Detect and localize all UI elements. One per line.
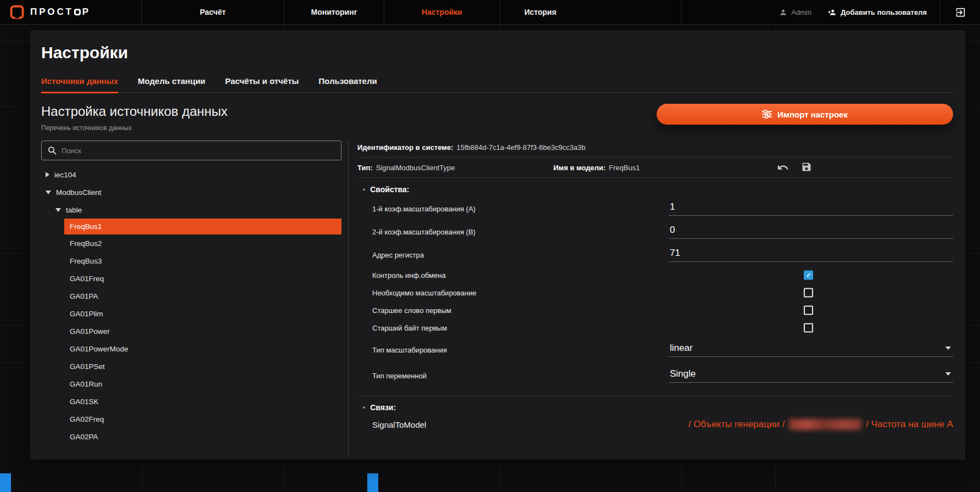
chevron-right-icon[interactable] — [46, 172, 49, 177]
identifier-value: 15fb884d-7c1a-4ef9-87f3-6be3c9cc3a3b — [456, 143, 585, 152]
high-word-first-checkbox[interactable] — [804, 306, 813, 315]
search-input[interactable] — [61, 147, 335, 155]
tree-item-label: GA01Freq — [70, 275, 104, 283]
background-blue-block — [367, 473, 378, 492]
brand-logo[interactable]: ПРОСТ Р — [0, 0, 142, 24]
tree-item-ga01run[interactable]: GA01Run — [41, 375, 341, 393]
coef-a-input[interactable] — [669, 202, 953, 216]
tree-item-label: GA02PA — [70, 433, 98, 441]
tree-item-label: GA01PowerMode — [70, 345, 128, 353]
properties-fields: 1-й коэф.масштабирования (A) 2-й коэф.ма… — [357, 197, 953, 388]
type-value: SignalModbusClientType — [376, 164, 455, 172]
background-blue-block — [0, 473, 11, 492]
field-row-scaling-type: Тип масштабирования linear — [357, 337, 953, 362]
settings-tabs: Источники данных Модель станции Расчёты … — [41, 76, 953, 93]
tab-calculations-reports[interactable]: Расчёты и отчёты — [225, 76, 299, 93]
chevron-down-icon[interactable] — [55, 208, 61, 212]
field-row-coef-b: 2-й коэф.масштабирования (B) — [357, 220, 953, 243]
add-user-icon — [827, 8, 837, 16]
tree-item-ga02pa[interactable]: GA02PA — [41, 428, 341, 445]
sliders-icon — [762, 110, 772, 119]
nav-item-label: История — [524, 8, 556, 16]
tree-item-table[interactable]: table — [41, 201, 341, 219]
properties-section-header[interactable]: Свойства: — [357, 185, 953, 194]
tree-item-label: FreqBus2 — [70, 239, 102, 248]
tree-item-label: FreqBus1 — [70, 222, 102, 231]
brand-logo-icon — [10, 5, 24, 19]
type-row: Тип:SignalModbusClientType Имя в модели:… — [357, 158, 953, 178]
save-button[interactable] — [801, 161, 812, 172]
data-source-tree-panel: iec104 ModbusClient table FreqBus1 FreqB… — [41, 141, 349, 457]
coef-b-input[interactable] — [669, 225, 953, 239]
scaling-type-select[interactable]: linear — [669, 343, 953, 357]
links-section-header[interactable]: Связи: — [357, 403, 953, 412]
tree-item-freqbus1[interactable]: FreqBus1 — [64, 219, 341, 234]
field-row-need-scaling: Необходимо масштабирование — [357, 284, 953, 301]
tree-item-iec104[interactable]: iec104 — [41, 166, 341, 183]
high-byte-first-checkbox[interactable] — [804, 323, 813, 333]
tree-item-label: GA01Run — [70, 380, 102, 388]
nav-item-monitoring[interactable]: Мониторинг — [284, 0, 384, 24]
chevron-down-icon — [945, 372, 951, 376]
field-label: 2-й коэф.масштабирования (B) — [372, 228, 475, 236]
user-icon — [779, 8, 787, 16]
variable-type-select[interactable]: Single — [669, 368, 953, 383]
tree-item-ga01powermode[interactable]: GA01PowerMode — [41, 340, 341, 357]
import-settings-label: Импорт настроек — [777, 110, 848, 119]
tree-item-label: GA02Freq — [70, 415, 104, 423]
model-name-label: Имя в модели: — [553, 164, 606, 172]
tab-station-model[interactable]: Модель станции — [138, 76, 205, 93]
tree-item-freqbus3[interactable]: FreqBus3 — [41, 252, 341, 270]
link-path-suffix: / Частота на шине А — [866, 419, 953, 430]
undo-button[interactable] — [777, 161, 789, 174]
tree-item-ga01pset[interactable]: GA01PSet — [41, 357, 341, 375]
tree-item-ga01power[interactable]: GA01Power — [41, 322, 341, 340]
tree-search-box — [41, 141, 341, 160]
exchange-control-checkbox[interactable] — [804, 271, 813, 280]
tab-data-sources[interactable]: Источники данных — [41, 76, 118, 93]
redacted-text — [789, 419, 861, 430]
current-user-button[interactable]: Admin — [779, 8, 811, 16]
tree-item-ga01pa[interactable]: GA01PA — [41, 287, 341, 305]
signal-to-model-link[interactable]: / Объекты генерации / / Частота на шине … — [688, 419, 953, 430]
nav-item-history[interactable]: История — [500, 0, 681, 24]
tree-item-label: GA01PSet — [70, 362, 105, 371]
top-navigation-bar: ПРОСТ Р Расчёт Мониторинг Настройки Исто… — [0, 0, 980, 25]
tab-users[interactable]: Пользователи — [318, 76, 377, 93]
tree-item-label: GA01PA — [70, 292, 98, 300]
add-user-button[interactable]: Добавить пользователя — [827, 8, 927, 16]
tree-item-label: FreqBus3 — [70, 257, 102, 265]
nav-item-calculation[interactable]: Расчёт — [142, 0, 284, 24]
tree-item-label: GA01SK — [70, 398, 99, 406]
signal-to-model-row: SignalToModel / Объекты генерации / / Ча… — [357, 413, 953, 436]
type-label: Тип: — [357, 164, 373, 172]
select-value: linear — [670, 343, 693, 354]
link-name: SignalToModel — [372, 420, 426, 429]
tree-item-modbusclient[interactable]: ModbusClient — [41, 183, 341, 201]
register-address-input[interactable] — [669, 248, 953, 262]
brand-logo-o-glyph — [74, 9, 81, 15]
field-label: Необходимо масштабирование — [372, 289, 477, 297]
brand-logo-text: ПРОСТ Р — [30, 7, 91, 18]
import-settings-button[interactable]: Импорт настроек — [657, 104, 953, 125]
logout-button[interactable] — [940, 0, 980, 24]
identifier-row: Идентификатор в системе:15fb884d-7c1a-4e… — [357, 141, 953, 158]
model-name-value: FreqBus1 — [609, 164, 640, 172]
tree-item-ga02freq[interactable]: GA02Freq — [41, 410, 341, 428]
tree-item-ga01plim[interactable]: GA01Plim — [41, 305, 341, 322]
field-row-register-address: Адрес регистра — [357, 243, 953, 266]
tree-item-label: iec104 — [54, 171, 76, 179]
tree-item-freqbus2[interactable]: FreqBus2 — [41, 234, 341, 252]
signal-details-panel: Идентификатор в системе:15fb884d-7c1a-4e… — [349, 141, 953, 457]
field-label: Контроль инф.обмена — [372, 271, 446, 279]
chevron-down-icon[interactable] — [46, 191, 51, 194]
tree-item-label: ModbusClient — [56, 188, 102, 197]
tree-item-ga01sk[interactable]: GA01SK — [41, 393, 341, 410]
field-label: Тип масштабирования — [372, 345, 447, 354]
section-header: Настройка источников данных Перечень ист… — [41, 104, 953, 132]
need-scaling-checkbox[interactable] — [804, 288, 813, 298]
field-row-high-word-first: Старшее слово первым — [357, 301, 953, 319]
tree-item-ga01freq[interactable]: GA01Freq — [41, 270, 341, 287]
field-label: 1-й коэф.масштабирования (A) — [372, 205, 475, 213]
nav-item-settings[interactable]: Настройки — [384, 0, 500, 24]
